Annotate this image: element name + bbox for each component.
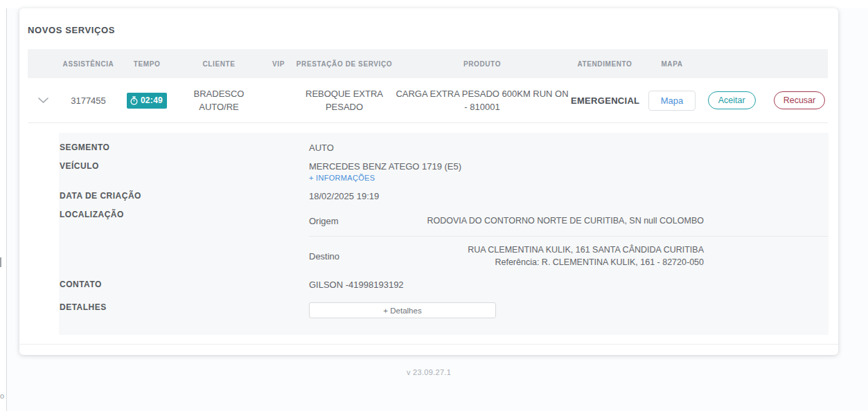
cell-produto: CARGA EXTRA PESADO 600KM RUN ON - 810001	[393, 87, 571, 113]
timer-badge: 02:49	[127, 93, 167, 109]
header-mapa: MAPA	[639, 60, 705, 68]
more-info-link[interactable]: + INFORMAÇÕES	[309, 174, 375, 182]
page-title: NOVOS SERVIÇOS	[28, 25, 828, 35]
more-details-button[interactable]: + Detalhes	[309, 302, 496, 318]
cell-tempo: 02:49	[118, 93, 176, 109]
destino-row: Destino RUA CLEMENTINA KULIK, 161 SANTA …	[309, 237, 829, 275]
service-details-panel: SEGMENTO AUTO VEÍCULO MERCEDES BENZ ATEG…	[59, 133, 829, 335]
detalhes-label: DETALHES	[59, 298, 309, 322]
sidebar-edge	[0, 8, 7, 411]
origem-row: Origem RODOVIA DO CONTORNO NORTE DE CURI…	[309, 206, 829, 237]
header-atendimento: ATENDIMENTO	[571, 60, 639, 68]
localizacao-value: Origem RODOVIA DO CONTORNO NORTE DE CURI…	[309, 206, 829, 275]
veiculo-text: MERCEDES BENZ ATEGO 1719 (E5)	[309, 161, 829, 172]
header-cliente: CLIENTE	[176, 60, 262, 68]
chevron-down-icon	[37, 97, 49, 104]
app-version: v 23.09.27.1	[19, 368, 838, 376]
destino-address: RUA CLEMENTINA KULIK, 161 SANTA CÂNDIDA …	[420, 244, 829, 268]
detalhes-value: + Detalhes	[309, 298, 829, 322]
left-edge-artifact	[0, 257, 1, 267]
contato-value: GILSON -41998193192	[309, 275, 829, 294]
contato-label: CONTATO	[59, 275, 309, 294]
data-criacao-label: DATA DE CRIAÇÃO	[59, 187, 309, 206]
cell-cliente: BRADESCO AUTO/RE	[176, 87, 262, 113]
header-prestacao: PRESTAÇÃO DE SERVIÇO	[295, 60, 393, 68]
cell-assistencia: 3177455	[59, 94, 118, 107]
left-edge-artifact: o	[0, 392, 4, 400]
timer-value: 02:49	[141, 94, 163, 107]
top-strip	[0, 0, 868, 8]
header-assistencia: ASSISTÊNCIA	[59, 60, 118, 68]
veiculo-value: MERCEDES BENZ ATEGO 1719 (E5) + INFORMAÇ…	[309, 157, 829, 187]
map-button[interactable]: Mapa	[648, 91, 696, 111]
row-divider	[28, 122, 828, 123]
table-header-row: ASSISTÊNCIA TEMPO CLIENTE VIP PRESTAÇÃO …	[28, 49, 828, 78]
data-criacao-value: 18/02/2025 19:19	[309, 187, 829, 206]
segmento-label: SEGMENTO	[59, 138, 309, 157]
localizacao-label: LOCALIZAÇÃO	[59, 206, 309, 275]
segmento-value: AUTO	[309, 138, 829, 157]
cell-actions: Aceitar Recusar	[705, 91, 828, 109]
header-produto: PRODUTO	[393, 60, 571, 68]
header-tempo: TEMPO	[118, 60, 176, 68]
destino-address-line2: Referência: R. CLEMENTINA KULIK, 161 - 8…	[420, 256, 704, 268]
refuse-button[interactable]: Recusar	[774, 91, 826, 109]
detail-row-detalhes: DETALHES + Detalhes	[59, 298, 829, 322]
detail-row-contato: CONTATO GILSON -41998193192	[59, 275, 829, 294]
cell-mapa: Mapa	[639, 91, 705, 111]
collapse-row-button[interactable]	[28, 97, 59, 104]
table-row: 3177455 02:49 BRADESCO AUTO/RE REBOQUE E…	[28, 78, 828, 122]
detail-row-veiculo: VEÍCULO MERCEDES BENZ ATEGO 1719 (E5) + …	[59, 157, 829, 187]
detail-row-segmento: SEGMENTO AUTO	[59, 138, 829, 157]
cell-atendimento: EMERGENCIAL	[571, 94, 639, 107]
card-bottom-divider	[19, 344, 838, 345]
detail-row-data-criacao: DATA DE CRIAÇÃO 18/02/2025 19:19	[59, 187, 829, 206]
header-vip: VIP	[262, 60, 295, 68]
veiculo-label: VEÍCULO	[59, 157, 309, 187]
accept-button[interactable]: Aceitar	[708, 91, 756, 109]
cell-prestacao: REBOQUE EXTRA PESADO	[295, 87, 393, 113]
novos-servicos-card: NOVOS SERVIÇOS ASSISTÊNCIA TEMPO CLIENTE…	[19, 8, 838, 355]
detail-row-localizacao: LOCALIZAÇÃO Origem RODOVIA DO CONTORNO N…	[59, 206, 829, 275]
destino-address-line1: RUA CLEMENTINA KULIK, 161 SANTA CÂNDIDA …	[420, 244, 704, 256]
origem-address: RODOVIA DO CONTORNO NORTE DE CURITIBA, S…	[420, 214, 829, 227]
origem-label: Origem	[309, 216, 420, 226]
destino-label: Destino	[309, 251, 420, 262]
stopwatch-icon	[130, 96, 139, 105]
